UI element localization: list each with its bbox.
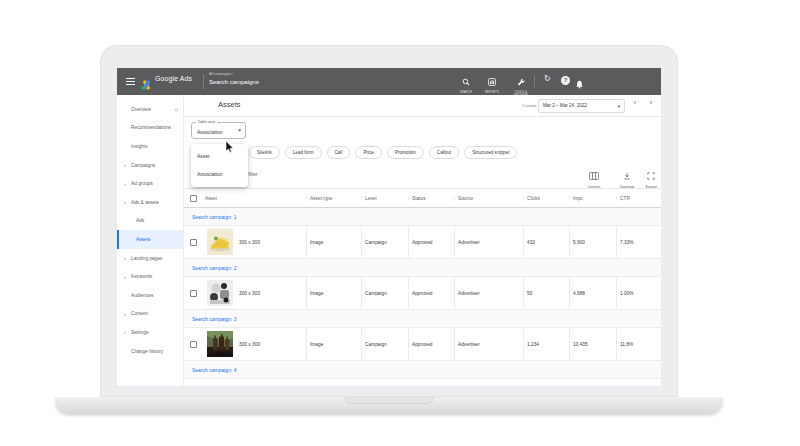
- filter-chips: Sitelink Lead form Call Price Promotion …: [249, 146, 517, 159]
- laptop-frame: Google Ads All campaigns › Search campai…: [100, 45, 678, 397]
- expand-icon: [647, 166, 655, 183]
- laptop-base-notch: [344, 397, 434, 404]
- row-checkbox[interactable]: [190, 239, 197, 246]
- sidebar-item-audiences[interactable]: Audiences: [117, 286, 183, 305]
- menu-option-asset[interactable]: Asset: [191, 147, 248, 165]
- asset-size: 300 x 300: [239, 342, 260, 347]
- table-view-label: Table view: [196, 120, 217, 124]
- status-value: Approved: [412, 291, 433, 296]
- columns-icon: [589, 166, 599, 183]
- chevron-right-icon: ›: [124, 273, 126, 279]
- sidebar-item-settings[interactable]: ›Settings: [117, 323, 183, 342]
- app-header: Google Ads All campaigns › Search campai…: [117, 68, 661, 95]
- home-icon: ⌂: [174, 106, 178, 112]
- menu-icon[interactable]: [126, 78, 135, 87]
- page-title: Assets: [218, 100, 241, 109]
- notifications-bell-icon[interactable]: [575, 75, 584, 93]
- sidebar-item-insights[interactable]: Insights: [117, 137, 183, 156]
- column-header[interactable]: Asset type: [310, 196, 332, 201]
- breadcrumb[interactable]: All campaigns ›: [209, 72, 234, 76]
- sidebar-item-overview[interactable]: Overview ⌂: [117, 100, 183, 119]
- chip-sitelink[interactable]: Sitelink: [249, 146, 280, 159]
- sidebar-item-ads-assets[interactable]: ›Ads & assets: [117, 193, 183, 212]
- sidebar-item-ad-groups[interactable]: ›Ad groups: [117, 174, 183, 193]
- search-label: SEARCH: [454, 91, 478, 94]
- expand-button[interactable]: Expand: [638, 166, 661, 189]
- campaign-link[interactable]: Search campaign: 1: [192, 214, 236, 220]
- sidebar-item-content[interactable]: ›Content: [117, 305, 183, 324]
- sidebar-item-recommendations[interactable]: Recommendations: [117, 119, 183, 138]
- date-range-picker[interactable]: Mar 2 – Mar 24, 2022 ▾: [538, 99, 625, 113]
- asset-thumbnail[interactable]: [207, 280, 233, 306]
- sidebar-item-label: Overview: [131, 107, 151, 112]
- row-checkbox[interactable]: [190, 341, 197, 348]
- date-range-label: Custom: [522, 103, 536, 108]
- chevron-right-icon: ›: [124, 180, 126, 186]
- chip-price[interactable]: Price: [355, 146, 381, 159]
- chip-promotion[interactable]: Promotion: [387, 146, 424, 159]
- reports-label: REPORTS: [480, 91, 504, 94]
- reports-icon: [488, 72, 496, 89]
- chip-structured-snippet[interactable]: Structured snippet: [464, 146, 517, 159]
- table-header-row: Asset Asset type Level Status Source Cli…: [184, 188, 661, 208]
- sidebar-item-change-history[interactable]: Change history: [117, 342, 183, 361]
- help-icon[interactable]: ?: [561, 76, 570, 85]
- campaign-group-row: Search campaign: 2: [184, 259, 661, 277]
- sidebar-item-assets[interactable]: Assets: [117, 230, 183, 249]
- chevron-right-icon: ›: [124, 329, 126, 335]
- refresh-icon[interactable]: ↻: [544, 74, 551, 83]
- laptop-base: [55, 397, 723, 414]
- divider: [534, 75, 535, 88]
- tools-button[interactable]: TOOLS & SETTINGS: [509, 72, 533, 97]
- sidebar-item-campaigns[interactable]: ›Campaigns: [117, 156, 183, 175]
- chip-callout[interactable]: Callout: [429, 146, 459, 159]
- table-row: 300 x 300 Image Campaign Approved Advert…: [184, 277, 661, 310]
- download-button[interactable]: Download: [614, 166, 640, 189]
- chip-lead-form[interactable]: Lead form: [285, 146, 322, 159]
- asset-size: 300 x 300: [239, 291, 260, 296]
- asset-thumbnail[interactable]: [207, 331, 233, 357]
- date-prev-button[interactable]: ‹: [629, 99, 641, 106]
- campaign-group-row: Search campaign: 4: [184, 361, 661, 379]
- campaign-link[interactable]: Search campaign: 4: [192, 367, 236, 373]
- breadcrumb-current[interactable]: Search campaigns: [209, 79, 259, 85]
- main-content: Assets Custom Mar 2 – Mar 24, 2022 ▾ ‹ ›…: [184, 95, 661, 386]
- column-header[interactable]: Impr.: [573, 196, 584, 201]
- campaign-link[interactable]: Search campaign: 2: [192, 265, 236, 271]
- column-header[interactable]: Clicks: [527, 196, 540, 201]
- chip-call[interactable]: Call: [327, 146, 351, 159]
- mouse-cursor: [225, 139, 233, 157]
- reports-button[interactable]: REPORTS: [480, 72, 504, 94]
- chevron-right-icon: ›: [124, 162, 126, 168]
- campaign-group-row: Search campaign: 1: [184, 208, 661, 226]
- column-header[interactable]: CTR: [620, 196, 630, 201]
- sidebar-item-ads[interactable]: Ads: [117, 212, 183, 231]
- chevron-right-icon: ›: [124, 311, 126, 317]
- select-all-checkbox[interactable]: [190, 195, 197, 202]
- caret-down-icon: ▾: [617, 103, 620, 109]
- chevron-right-icon: ›: [124, 199, 126, 205]
- table-row: 300 x 300 Image Campaign Approved Advert…: [184, 226, 661, 259]
- asset-thumbnail[interactable]: [207, 229, 233, 255]
- status-value: Approved: [412, 240, 433, 245]
- columns-button[interactable]: Columns: [581, 166, 607, 189]
- row-checkbox[interactable]: [190, 290, 197, 297]
- date-next-button[interactable]: ›: [645, 99, 657, 106]
- column-header[interactable]: Source: [458, 196, 473, 201]
- google-ads-logo-icon: [141, 76, 152, 94]
- column-header[interactable]: Asset: [205, 196, 217, 201]
- search-button[interactable]: SEARCH: [454, 72, 478, 94]
- menu-option-association[interactable]: Association: [191, 165, 248, 183]
- sidebar-item-landing-pages[interactable]: ›Landing pages: [117, 249, 183, 268]
- sidebar-nav: Overview ⌂ Recommendations Insights ›Cam…: [117, 95, 184, 386]
- campaign-link[interactable]: Search campaign: 3: [192, 316, 236, 322]
- table-view-select[interactable]: Table view Association ▾: [191, 122, 246, 139]
- campaign-group-row: Search campaign: 3: [184, 310, 661, 328]
- laptop-screen: Google Ads All campaigns › Search campai…: [117, 68, 661, 386]
- column-header[interactable]: Level: [365, 196, 376, 201]
- column-header[interactable]: Status: [412, 196, 426, 201]
- caret-down-icon: ▾: [238, 127, 241, 133]
- sidebar-item-keywords[interactable]: ›Keywords: [117, 267, 183, 286]
- chevron-right-icon: ›: [124, 255, 126, 261]
- divider: [203, 74, 204, 89]
